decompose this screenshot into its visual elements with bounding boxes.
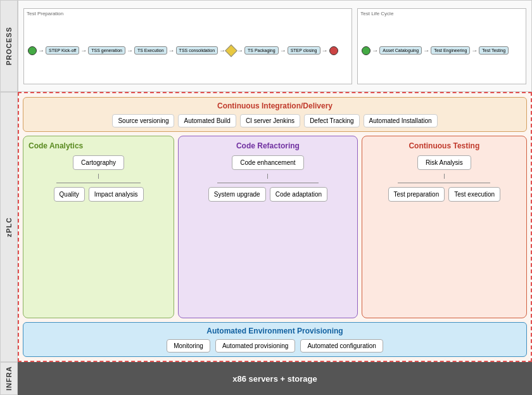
hline-refactoring	[217, 183, 318, 183]
testing-title: Continuous Testing	[367, 141, 521, 150]
refactoring-enhancement: Code enhancement	[232, 155, 303, 170]
ci-box: Continuous Integration/Delivery Source v…	[23, 97, 527, 132]
testing-box: Continuous Testing Risk Analysis Test pr…	[362, 136, 527, 318]
provisioning-config: Automated configuration	[300, 339, 383, 353]
ci-items: Source versioning Automated Build CI ser…	[28, 114, 521, 127]
analytics-title: Code Analytics	[28, 141, 168, 150]
refactoring-system: System upgrade	[208, 187, 266, 202]
hline-testing	[398, 183, 490, 183]
node-tss-gen: TSS generation	[88, 46, 125, 55]
content-area: Test Preparation → STEP Kick-off → TSS g…	[18, 0, 532, 395]
process-diagram-1-label: Test Preparation	[27, 11, 63, 16]
ci-title: Continuous Integration/Delivery	[28, 101, 521, 110]
connector-testing	[444, 174, 445, 179]
process-nodes-1: → STEP Kick-off → TSS generation → TS Ex…	[28, 46, 338, 55]
testing-preparation: Test preparation	[388, 187, 445, 202]
refactoring-code: Code adaptation	[270, 187, 327, 202]
analytics-quality: Quality	[54, 187, 85, 202]
node-asset: Asset Cataloguing	[379, 46, 422, 55]
infra-section: x86 servers + storage	[18, 362, 532, 395]
node-ts-pack: TS Packaging	[244, 46, 279, 55]
analytics-bottom: Quality Impact analysis	[54, 187, 144, 202]
provisioning-title: Automated Environment Provisioning	[28, 327, 521, 335]
node-test-test: Test Testing	[479, 46, 509, 55]
refactoring-title: Code Refactoring	[184, 141, 352, 150]
side-labels: PROCESS zPLC INFRA	[0, 0, 18, 395]
process-side-label: PROCESS	[0, 0, 18, 92]
provisioning-items: Monitoring Automated provisioning Automa…	[28, 339, 521, 353]
end-circle	[329, 46, 338, 55]
process-section: Test Preparation → STEP Kick-off → TSS g…	[18, 0, 532, 92]
process-diagram-2-label: Test Life Cycle	[360, 11, 393, 16]
main-wrapper: PROCESS zPLC INFRA Test Preparation → ST…	[0, 0, 532, 395]
start-circle	[28, 46, 37, 55]
zplc-side-label: zPLC	[0, 92, 18, 362]
node-tss-cons: TSS consolidation	[176, 46, 218, 55]
refactoring-bottom: System upgrade Code adaptation	[208, 187, 327, 202]
ci-item-build: Automated Build	[178, 114, 236, 127]
testing-bottom: Test preparation Test execution	[388, 187, 501, 202]
testing-execution: Test execution	[448, 187, 500, 202]
testing-risk: Risk Analysis	[417, 155, 471, 170]
infra-label: x86 servers + storage	[232, 374, 317, 384]
provisioning-box: Automated Environment Provisioning Monit…	[23, 322, 527, 357]
analytics-box: Code Analytics Cartography Quality Impac…	[23, 136, 174, 318]
testing-nodes: Risk Analysis Test preparation Test exec…	[367, 155, 521, 313]
analytics-cartography: Cartography	[73, 155, 124, 170]
refactoring-nodes: Code enhancement System upgrade Code ada…	[184, 155, 352, 313]
provisioning-automated: Automated provisioning	[215, 339, 296, 353]
node-test-eng: Test Engineering	[431, 46, 470, 55]
process-diagram-2: Test Life Cycle → Asset Cataloguing → Te…	[357, 8, 526, 84]
node-step-close: STEP closing	[288, 46, 320, 55]
infra-side-label: INFRA	[0, 362, 18, 395]
analytics-nodes: Cartography Quality Impact analysis	[28, 155, 168, 313]
decision-diamond	[225, 44, 238, 57]
three-col: Code Analytics Cartography Quality Impac…	[23, 136, 527, 318]
analytics-impact: Impact analysis	[89, 187, 144, 202]
provisioning-monitoring: Monitoring	[167, 339, 210, 353]
refactoring-box: Code Refactoring Code enhancement System…	[178, 136, 357, 318]
process-nodes-2: → Asset Cataloguing → Test Engineering →…	[362, 46, 509, 55]
ci-item-defect: Defect Tracking	[304, 114, 359, 127]
hline-analytics	[56, 183, 141, 183]
node-kickoff: STEP Kick-off	[46, 46, 79, 55]
ci-item-install: Automated Installation	[364, 114, 438, 127]
node-ts-exec: TS Execution	[134, 46, 167, 55]
ci-item-source: Source versioning	[112, 114, 174, 127]
connector-refactoring	[267, 174, 268, 179]
connector-analytics	[98, 174, 99, 179]
process-diagram-1: Test Preparation → STEP Kick-off → TSS g…	[23, 8, 352, 84]
start-circle-2	[362, 46, 370, 55]
zplc-section: Continuous Integration/Delivery Source v…	[18, 92, 532, 362]
ci-item-jenkins: CI server Jenkins	[240, 114, 300, 127]
